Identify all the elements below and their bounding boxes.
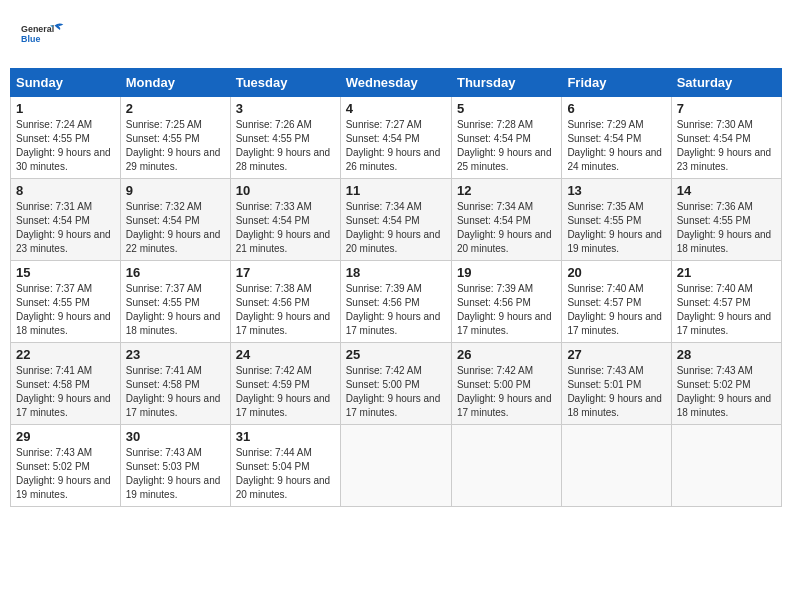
day-number: 11 (346, 183, 446, 198)
day-number: 16 (126, 265, 225, 280)
day-number: 12 (457, 183, 556, 198)
day-info: Sunrise: 7:28 AMSunset: 4:54 PMDaylight:… (457, 118, 556, 174)
calendar-cell: 11Sunrise: 7:34 AMSunset: 4:54 PMDayligh… (340, 179, 451, 261)
day-number: 10 (236, 183, 335, 198)
calendar-cell: 16Sunrise: 7:37 AMSunset: 4:55 PMDayligh… (120, 261, 230, 343)
calendar-cell (671, 425, 781, 507)
day-info: Sunrise: 7:36 AMSunset: 4:55 PMDaylight:… (677, 200, 776, 256)
calendar-cell: 2Sunrise: 7:25 AMSunset: 4:55 PMDaylight… (120, 97, 230, 179)
day-info: Sunrise: 7:33 AMSunset: 4:54 PMDaylight:… (236, 200, 335, 256)
calendar-cell: 6Sunrise: 7:29 AMSunset: 4:54 PMDaylight… (562, 97, 671, 179)
calendar-cell: 10Sunrise: 7:33 AMSunset: 4:54 PMDayligh… (230, 179, 340, 261)
day-number: 5 (457, 101, 556, 116)
day-info: Sunrise: 7:42 AMSunset: 5:00 PMDaylight:… (457, 364, 556, 420)
calendar-cell: 18Sunrise: 7:39 AMSunset: 4:56 PMDayligh… (340, 261, 451, 343)
day-info: Sunrise: 7:42 AMSunset: 5:00 PMDaylight:… (346, 364, 446, 420)
day-info: Sunrise: 7:39 AMSunset: 4:56 PMDaylight:… (346, 282, 446, 338)
day-info: Sunrise: 7:43 AMSunset: 5:02 PMDaylight:… (677, 364, 776, 420)
svg-text:General: General (21, 24, 54, 34)
calendar-cell: 5Sunrise: 7:28 AMSunset: 4:54 PMDaylight… (451, 97, 561, 179)
calendar-week-3: 15Sunrise: 7:37 AMSunset: 4:55 PMDayligh… (11, 261, 782, 343)
calendar-week-2: 8Sunrise: 7:31 AMSunset: 4:54 PMDaylight… (11, 179, 782, 261)
calendar-cell: 27Sunrise: 7:43 AMSunset: 5:01 PMDayligh… (562, 343, 671, 425)
calendar-week-5: 29Sunrise: 7:43 AMSunset: 5:02 PMDayligh… (11, 425, 782, 507)
day-info: Sunrise: 7:30 AMSunset: 4:54 PMDaylight:… (677, 118, 776, 174)
calendar-table: SundayMondayTuesdayWednesdayThursdayFrid… (10, 68, 782, 507)
day-number: 6 (567, 101, 665, 116)
day-number: 18 (346, 265, 446, 280)
day-number: 25 (346, 347, 446, 362)
day-info: Sunrise: 7:40 AMSunset: 4:57 PMDaylight:… (677, 282, 776, 338)
day-number: 26 (457, 347, 556, 362)
calendar-cell: 12Sunrise: 7:34 AMSunset: 4:54 PMDayligh… (451, 179, 561, 261)
day-info: Sunrise: 7:32 AMSunset: 4:54 PMDaylight:… (126, 200, 225, 256)
day-number: 21 (677, 265, 776, 280)
day-number: 17 (236, 265, 335, 280)
day-info: Sunrise: 7:34 AMSunset: 4:54 PMDaylight:… (457, 200, 556, 256)
day-info: Sunrise: 7:24 AMSunset: 4:55 PMDaylight:… (16, 118, 115, 174)
day-info: Sunrise: 7:43 AMSunset: 5:01 PMDaylight:… (567, 364, 665, 420)
calendar-cell: 1Sunrise: 7:24 AMSunset: 4:55 PMDaylight… (11, 97, 121, 179)
calendar-cell (451, 425, 561, 507)
calendar-cell: 23Sunrise: 7:41 AMSunset: 4:58 PMDayligh… (120, 343, 230, 425)
calendar-cell: 28Sunrise: 7:43 AMSunset: 5:02 PMDayligh… (671, 343, 781, 425)
weekday-header-row: SundayMondayTuesdayWednesdayThursdayFrid… (11, 69, 782, 97)
page-header: General Blue (10, 10, 782, 60)
day-info: Sunrise: 7:39 AMSunset: 4:56 PMDaylight:… (457, 282, 556, 338)
day-info: Sunrise: 7:37 AMSunset: 4:55 PMDaylight:… (126, 282, 225, 338)
day-number: 4 (346, 101, 446, 116)
day-number: 9 (126, 183, 225, 198)
calendar-week-1: 1Sunrise: 7:24 AMSunset: 4:55 PMDaylight… (11, 97, 782, 179)
weekday-wednesday: Wednesday (340, 69, 451, 97)
calendar-body: 1Sunrise: 7:24 AMSunset: 4:55 PMDaylight… (11, 97, 782, 507)
day-number: 13 (567, 183, 665, 198)
day-info: Sunrise: 7:25 AMSunset: 4:55 PMDaylight:… (126, 118, 225, 174)
calendar-cell: 26Sunrise: 7:42 AMSunset: 5:00 PMDayligh… (451, 343, 561, 425)
calendar-cell: 8Sunrise: 7:31 AMSunset: 4:54 PMDaylight… (11, 179, 121, 261)
weekday-saturday: Saturday (671, 69, 781, 97)
calendar-cell: 3Sunrise: 7:26 AMSunset: 4:55 PMDaylight… (230, 97, 340, 179)
calendar-cell: 20Sunrise: 7:40 AMSunset: 4:57 PMDayligh… (562, 261, 671, 343)
calendar-cell: 31Sunrise: 7:44 AMSunset: 5:04 PMDayligh… (230, 425, 340, 507)
day-info: Sunrise: 7:42 AMSunset: 4:59 PMDaylight:… (236, 364, 335, 420)
weekday-friday: Friday (562, 69, 671, 97)
day-number: 3 (236, 101, 335, 116)
calendar-cell: 9Sunrise: 7:32 AMSunset: 4:54 PMDaylight… (120, 179, 230, 261)
calendar-cell (340, 425, 451, 507)
calendar-cell: 14Sunrise: 7:36 AMSunset: 4:55 PMDayligh… (671, 179, 781, 261)
day-number: 24 (236, 347, 335, 362)
weekday-monday: Monday (120, 69, 230, 97)
calendar-cell: 7Sunrise: 7:30 AMSunset: 4:54 PMDaylight… (671, 97, 781, 179)
day-info: Sunrise: 7:41 AMSunset: 4:58 PMDaylight:… (126, 364, 225, 420)
day-info: Sunrise: 7:43 AMSunset: 5:02 PMDaylight:… (16, 446, 115, 502)
calendar-cell: 15Sunrise: 7:37 AMSunset: 4:55 PMDayligh… (11, 261, 121, 343)
day-info: Sunrise: 7:44 AMSunset: 5:04 PMDaylight:… (236, 446, 335, 502)
svg-text:Blue: Blue (21, 34, 40, 44)
logo-svg: General Blue (20, 15, 70, 55)
day-number: 28 (677, 347, 776, 362)
calendar-cell: 29Sunrise: 7:43 AMSunset: 5:02 PMDayligh… (11, 425, 121, 507)
day-info: Sunrise: 7:34 AMSunset: 4:54 PMDaylight:… (346, 200, 446, 256)
weekday-sunday: Sunday (11, 69, 121, 97)
day-number: 29 (16, 429, 115, 444)
calendar-cell: 19Sunrise: 7:39 AMSunset: 4:56 PMDayligh… (451, 261, 561, 343)
calendar-cell: 30Sunrise: 7:43 AMSunset: 5:03 PMDayligh… (120, 425, 230, 507)
day-info: Sunrise: 7:37 AMSunset: 4:55 PMDaylight:… (16, 282, 115, 338)
calendar-cell: 17Sunrise: 7:38 AMSunset: 4:56 PMDayligh… (230, 261, 340, 343)
calendar-week-4: 22Sunrise: 7:41 AMSunset: 4:58 PMDayligh… (11, 343, 782, 425)
day-info: Sunrise: 7:41 AMSunset: 4:58 PMDaylight:… (16, 364, 115, 420)
day-number: 30 (126, 429, 225, 444)
day-number: 8 (16, 183, 115, 198)
logo: General Blue (20, 15, 70, 55)
day-info: Sunrise: 7:43 AMSunset: 5:03 PMDaylight:… (126, 446, 225, 502)
day-number: 15 (16, 265, 115, 280)
calendar-cell: 25Sunrise: 7:42 AMSunset: 5:00 PMDayligh… (340, 343, 451, 425)
calendar-cell: 22Sunrise: 7:41 AMSunset: 4:58 PMDayligh… (11, 343, 121, 425)
day-number: 23 (126, 347, 225, 362)
day-info: Sunrise: 7:40 AMSunset: 4:57 PMDaylight:… (567, 282, 665, 338)
day-number: 27 (567, 347, 665, 362)
weekday-thursday: Thursday (451, 69, 561, 97)
calendar-cell: 4Sunrise: 7:27 AMSunset: 4:54 PMDaylight… (340, 97, 451, 179)
day-number: 19 (457, 265, 556, 280)
day-info: Sunrise: 7:26 AMSunset: 4:55 PMDaylight:… (236, 118, 335, 174)
